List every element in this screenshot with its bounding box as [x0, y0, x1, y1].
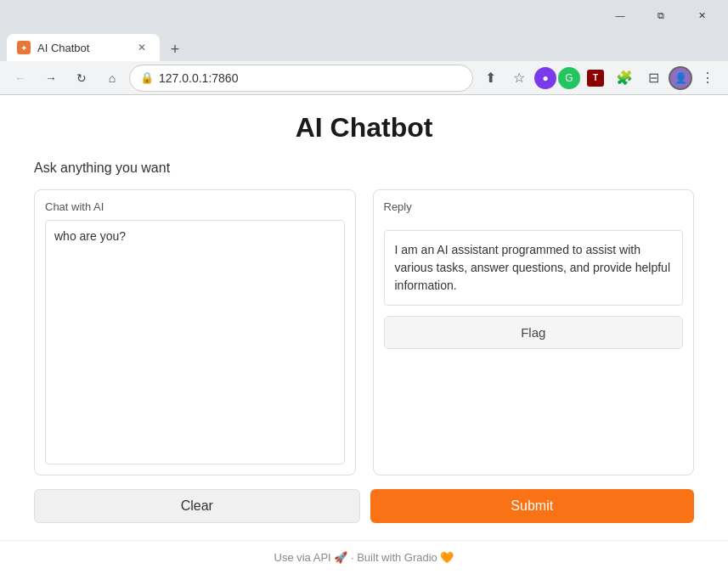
menu-button[interactable]: ⋮: [694, 65, 721, 92]
forward-icon: →: [45, 71, 57, 85]
clear-button[interactable]: Clear: [34, 489, 360, 523]
restore-icon: ⧉: [657, 10, 664, 21]
title-bar: — ⧉ ✕: [0, 0, 728, 31]
toolbar-icons: ⬆ ☆ ● G T 🧩 ⊟ 👤 ⋮: [477, 65, 721, 92]
reply-panel: Reply I am an AI assistant programmed to…: [373, 189, 695, 476]
built-with-text: Built with Gradio 🧡: [357, 551, 454, 564]
home-button[interactable]: ⌂: [99, 65, 126, 92]
page-content: AI Chatbot Ask anything you want Chat wi…: [0, 95, 728, 540]
new-tab-icon: +: [171, 41, 180, 59]
minimize-icon: —: [616, 10, 625, 20]
chat-input-panel: Chat with AI who are you?: [34, 189, 356, 476]
tab-favicon: ✦: [17, 41, 31, 54]
avatar-image: 👤: [674, 72, 687, 84]
close-button[interactable]: ✕: [682, 3, 721, 28]
page-subtitle: Ask anything you want: [34, 160, 694, 176]
built-icon: 🧡: [440, 551, 454, 564]
reload-button[interactable]: ↻: [68, 65, 95, 92]
profile-icon-1[interactable]: ●: [534, 67, 556, 89]
window-controls: — ⧉ ✕: [601, 3, 721, 28]
api-text: Use via API: [274, 551, 331, 564]
close-icon: ✕: [698, 10, 706, 21]
back-button[interactable]: ←: [7, 65, 34, 92]
chat-panel-label: Chat with AI: [45, 200, 345, 213]
reply-panel-label: Reply: [384, 200, 684, 213]
bookmark-button[interactable]: ☆: [505, 65, 533, 92]
share-button[interactable]: ⬆: [477, 65, 504, 92]
profile-avatar[interactable]: 👤: [669, 66, 692, 90]
profile-icon-2[interactable]: G: [558, 67, 580, 89]
reply-text: I am an AI assistant programmed to assis…: [384, 230, 684, 306]
extension-btn-1[interactable]: T: [582, 65, 609, 92]
back-icon: ←: [14, 71, 26, 85]
url-text: 127.0.0.1:7860: [159, 71, 462, 85]
extensions-button[interactable]: 🧩: [611, 65, 638, 92]
submit-button[interactable]: Submit: [370, 489, 695, 523]
tab-close-button[interactable]: ✕: [134, 40, 150, 55]
secure-icon: 🔒: [140, 71, 154, 84]
tab-bar: ✦ AI Chatbot ✕ +: [0, 31, 728, 61]
chat-textarea[interactable]: who are you?: [45, 220, 345, 464]
flag-button[interactable]: Flag: [384, 316, 684, 349]
chat-layout: Chat with AI who are you? Reply I am an …: [34, 189, 694, 476]
button-row: Clear Submit: [34, 489, 694, 523]
api-icon: 🚀: [334, 551, 347, 564]
minimize-button[interactable]: —: [601, 3, 640, 28]
api-link[interactable]: Use via API 🚀: [274, 551, 351, 564]
forward-button[interactable]: →: [37, 65, 65, 92]
chrome-frame: — ⧉ ✕ ✦ AI Chatbot ✕ + ← →: [0, 0, 728, 95]
restore-button[interactable]: ⧉: [641, 3, 680, 28]
footer: Use via API 🚀 · Built with Gradio 🧡: [0, 540, 728, 574]
reload-icon: ↻: [76, 71, 87, 85]
page-title: AI Chatbot: [34, 112, 694, 144]
tab-title: AI Chatbot: [37, 42, 127, 54]
new-tab-button[interactable]: +: [163, 37, 187, 61]
address-bar[interactable]: 🔒 127.0.0.1:7860: [129, 65, 473, 92]
built-text: Built with Gradio: [357, 551, 437, 564]
navigation-toolbar: ← → ↻ ⌂ 🔒 127.0.0.1:7860 ⬆ ☆ ● G T 🧩 ⊟ 👤: [0, 61, 728, 95]
home-icon: ⌂: [109, 71, 116, 85]
active-tab[interactable]: ✦ AI Chatbot ✕: [7, 34, 160, 61]
footer-separator: ·: [351, 551, 354, 564]
sidebar-button[interactable]: ⊟: [640, 65, 667, 92]
